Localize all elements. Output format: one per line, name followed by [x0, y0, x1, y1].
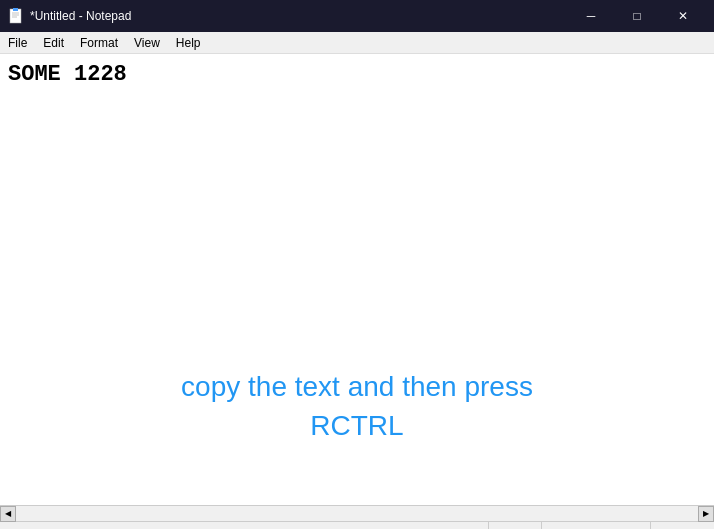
window-title: *Untitled - Notepad [30, 9, 131, 23]
menu-file[interactable]: File [0, 32, 35, 53]
editor-container: SOME 1228 copy the text and then press R… [0, 54, 714, 505]
menu-help[interactable]: Help [168, 32, 209, 53]
status-position: Ln 1, Col 10 [8, 522, 91, 529]
status-bar: Ln 1, Col 10 100% Windows (CRLF) UTF-8 [0, 521, 714, 529]
status-line-ending: Windows (CRLF) [541, 522, 650, 529]
maximize-button[interactable]: □ [614, 0, 660, 32]
menu-bar: File Edit Format View Help [0, 32, 714, 54]
menu-view[interactable]: View [126, 32, 168, 53]
scroll-right-button[interactable]: ▶ [698, 506, 714, 522]
menu-edit[interactable]: Edit [35, 32, 72, 53]
status-encoding: UTF-8 [650, 522, 706, 529]
minimize-button[interactable]: ─ [568, 0, 614, 32]
close-button[interactable]: ✕ [660, 0, 706, 32]
text-editor[interactable]: SOME 1228 [0, 54, 714, 505]
menu-format[interactable]: Format [72, 32, 126, 53]
svg-rect-1 [13, 8, 18, 11]
status-zoom: 100% [488, 522, 541, 529]
title-bar-left: *Untitled - Notepad [8, 8, 131, 24]
window-controls: ─ □ ✕ [568, 0, 706, 32]
svg-rect-0 [10, 9, 21, 23]
horizontal-scrollbar[interactable]: ◀ ▶ [0, 505, 714, 521]
title-bar: *Untitled - Notepad ─ □ ✕ [0, 0, 714, 32]
app-icon [8, 8, 24, 24]
scroll-track-h[interactable] [16, 506, 698, 521]
scroll-left-button[interactable]: ◀ [0, 506, 16, 522]
